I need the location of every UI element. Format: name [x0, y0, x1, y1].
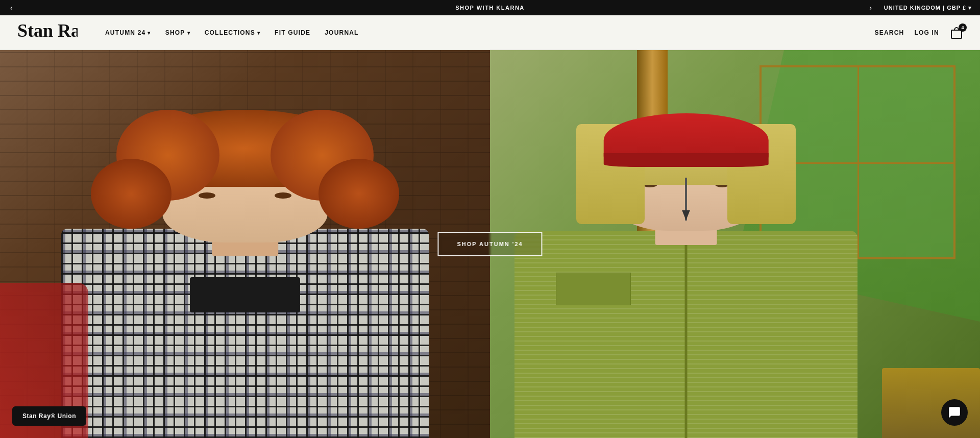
nav-item-journal[interactable]: JOURNAL — [317, 25, 365, 40]
nav-label-shop: SHOP — [165, 29, 185, 36]
green-jacket — [514, 231, 857, 438]
dark-undershirt — [190, 277, 300, 312]
chevron-down-icon: ▾ — [257, 30, 260, 36]
hero-left-background — [0, 50, 490, 438]
nav-links: AUTUMN 24 ▾ SHOP ▾ COLLECTIONS ▾ FIT GUI… — [98, 25, 366, 40]
hero-right-background — [490, 50, 980, 438]
hero-right-panel — [490, 50, 980, 438]
hair-curl-l — [91, 159, 172, 229]
hair-curl-r — [318, 159, 399, 229]
plaid-shirt — [61, 229, 429, 438]
announcement-text: SHOP WITH KLARNA — [455, 5, 525, 11]
region-chevron-icon: ▾ — [968, 5, 972, 11]
nav-item-shop[interactable]: SHOP ▾ — [158, 25, 198, 40]
eye-left-2 — [275, 192, 291, 199]
chevron-down-icon: ▾ — [187, 30, 190, 36]
navbar: Stan Ray AUTUMN 24 ▾ SHOP ▾ COLLECTIONS … — [0, 15, 980, 50]
chevron-down-icon: ▾ — [148, 30, 151, 36]
nav-item-fitguide[interactable]: FIT GUIDE — [267, 25, 317, 40]
nav-item-autumn24[interactable]: AUTUMN 24 ▾ — [98, 25, 158, 40]
announcement-bar: ‹ SHOP WITH KLARNA › UNITED KINGDOM | GB… — [0, 0, 980, 15]
red-beanie — [604, 113, 769, 167]
necklace — [685, 178, 687, 221]
chat-icon — [948, 406, 961, 419]
union-badge-text: Stan Ray® Union — [22, 412, 76, 420]
login-button[interactable]: LOG IN — [914, 29, 939, 36]
eye-left-1 — [199, 192, 215, 199]
person-left-figure — [61, 89, 429, 438]
window-cross-v — [857, 67, 859, 257]
announcement-next-button[interactable]: › — [863, 4, 878, 12]
hero-section: SHOP AUTUMN '24 — [0, 50, 980, 438]
cart-count-badge: 4 — [959, 23, 967, 32]
search-button[interactable]: SEARCH — [875, 29, 904, 36]
union-badge[interactable]: Stan Ray® Union — [12, 406, 86, 426]
jacket-pocket — [556, 273, 631, 306]
logo-svg: Stan Ray — [16, 20, 78, 43]
chat-button[interactable] — [941, 399, 968, 426]
nav-label-collections: COLLECTIONS — [205, 29, 255, 36]
region-label: UNITED KINGDOM | GBP £ — [884, 5, 966, 11]
person-right-figure — [514, 81, 857, 438]
announcement-prev-button[interactable]: ‹ — [4, 4, 19, 12]
navbar-left: Stan Ray AUTUMN 24 ▾ SHOP ▾ COLLECTIONS … — [16, 20, 366, 45]
region-selector[interactable]: UNITED KINGDOM | GBP £ ▾ — [884, 5, 972, 11]
logo-area[interactable]: Stan Ray — [16, 20, 78, 45]
svg-text:Stan Ray: Stan Ray — [17, 20, 78, 41]
shop-autumn-button[interactable]: SHOP AUTUMN '24 — [437, 232, 542, 256]
nav-item-collections[interactable]: COLLECTIONS ▾ — [198, 25, 267, 40]
surface-right — [882, 368, 980, 438]
cta-container: SHOP AUTUMN '24 — [437, 232, 542, 256]
navbar-right: SEARCH LOG IN 4 — [875, 26, 964, 40]
beanie-cuff — [604, 153, 769, 166]
hero-left-panel — [0, 50, 490, 438]
nav-label-autumn24: AUTUMN 24 — [105, 29, 145, 36]
cart-button[interactable]: 4 — [949, 26, 964, 40]
nav-label-journal: JOURNAL — [325, 29, 358, 36]
jacket-zipper — [685, 231, 688, 438]
nav-label-fitguide: FIT GUIDE — [275, 29, 310, 36]
